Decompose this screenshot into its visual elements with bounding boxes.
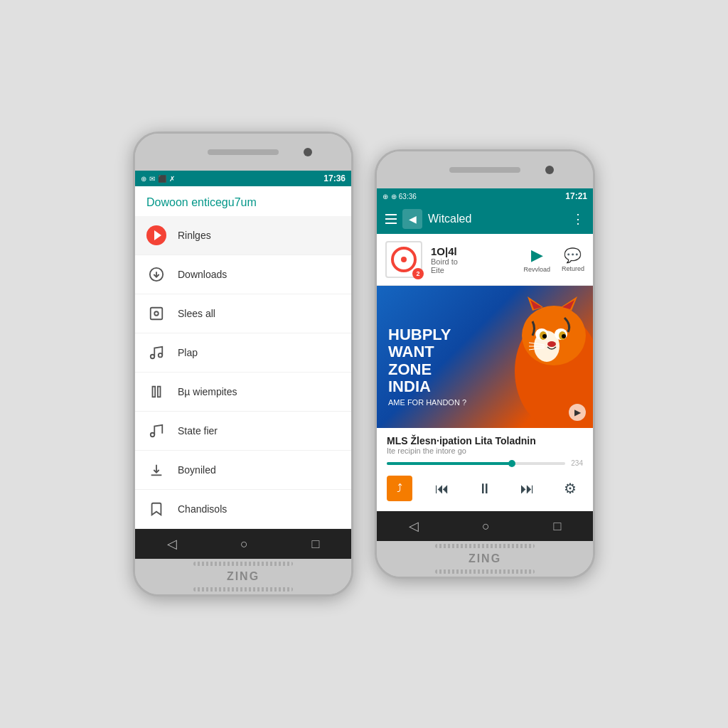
play-label: Revvload [523,266,550,273]
menu-label-buwiempites: Bµ wiempites [178,386,237,397]
recent-button-right[interactable]: □ [553,519,561,534]
left-status-time: 17:36 [323,173,346,183]
album-text: HUBPLY WANT ZONE INDIA AME FOR HANDON ? [388,326,466,407]
progress-row: 234 [387,459,583,467]
menu-item-buwiempites[interactable]: Bµ wiempites [135,373,351,412]
left-phone-bottom: ZING [135,559,351,594]
album-next-icon[interactable]: ▶ [569,404,586,421]
bottom-speaker-right-2 [435,569,535,574]
play-circle-icon [146,225,166,245]
overflow-menu-icon[interactable]: ⋮ [572,211,584,227]
headphone-icon: ⊕ [382,193,388,200]
status-icons-right: ⊕ ⊕ 63:36 [382,193,417,200]
statefier-icon [146,421,166,441]
play-action[interactable]: ▶ Revvload [523,246,550,273]
top-speaker-right [449,167,520,173]
settings-icon: ⚙ [564,480,577,497]
svg-point-18 [542,334,547,338]
sleesall-icon [146,304,166,323]
back-button-right-nav[interactable]: ◁ [409,518,419,534]
hamburger-line-1 [385,214,397,215]
next-icon: ⏭ [520,481,535,497]
svg-rect-7 [158,387,161,397]
msg-label: Retured [562,265,584,272]
downloads-icon [146,264,166,284]
settings-button[interactable]: ⚙ [557,476,583,501]
menu-item-ringtones[interactable]: Rinlges [135,216,351,255]
podcast-info-row: 2 1O|4l Boird to Eite ▶ Revvload 💬 Retur… [377,234,593,286]
status-icons-left: ⊕ ✉ ⬛ ✗ [141,175,175,183]
menu-label-downloads: Downloads [178,269,227,280]
svg-point-3 [154,311,159,316]
album-line5: AME FOR HANDON ? [388,398,466,407]
left-screen: ⊕ ✉ ⬛ ✗ 17:36 Dowoon enticegu7um Rinlges [135,171,351,559]
now-playing: MLS Žlesn·ipation Lita Toladnin Ite reci… [377,428,593,511]
episode-number: 1O|4l [431,245,515,257]
ringtones-icon [146,225,166,245]
status-time-left: ⊕ 63:36 [391,193,417,200]
menu-label-statefier: State fier [178,425,218,437]
hamburger-menu[interactable] [385,214,397,224]
front-camera-right [545,166,554,174]
svg-point-5 [159,353,163,358]
progress-fill [387,462,512,465]
prev-icon: ⏮ [435,481,449,497]
bottom-speaker-left [193,562,293,566]
pause-button[interactable]: ⏸ [472,476,498,501]
pause-icon: ⏸ [478,481,492,497]
menu-label-plap: Plap [178,347,198,358]
svg-rect-6 [153,387,156,397]
podcast-thumbnail: 2 [385,241,422,278]
brand-left: ZING [227,570,259,583]
svg-point-20 [547,341,556,347]
right-status-bar: ⊕ ⊕ 63:36 17:21 [377,188,593,204]
chandisols-icon [146,499,166,519]
progress-indicator [508,460,515,467]
album-art: HUBPLY WANT ZONE INDIA AME FOR HANDON ? … [377,286,593,428]
episode-desc-line2: Eite [431,266,515,274]
album-line4: INDIA [388,378,466,395]
back-button-left[interactable]: ◁ [167,536,177,552]
bottom-speaker-left-2 [193,587,293,592]
plap-icon [146,343,166,363]
hamburger-line-2 [385,218,397,220]
menu-label-ringtones: Rinlges [178,230,211,241]
left-bottom-nav: ◁ ○ □ [135,529,351,559]
app-title: Witcaled [428,213,566,225]
right-screen: ⊕ ⊕ 63:36 17:21 ◀ Witcaled ⋮ 2 [377,188,593,541]
boyniled-icon [146,460,166,480]
album-line1: HUBPLY [388,326,466,343]
menu-item-downloads[interactable]: Downloads [135,255,351,294]
left-phone: ⊕ ✉ ⬛ ✗ 17:36 Dowoon enticegu7um Rinlges [133,132,353,596]
menu-label-sleesall: Slees all [178,308,215,319]
share-button[interactable]: ⤴ [387,476,412,501]
menu-item-sleesall[interactable]: Slees all [135,294,351,333]
drawer-header: Dowoon enticegu7um [135,186,351,216]
menu-item-statefier[interactable]: State fier [135,412,351,451]
play-triangle-icon: ▶ [531,246,543,264]
podcast-meta: 1O|4l Boird to Eite [431,245,515,274]
svg-point-19 [562,334,566,338]
right-bottom-nav: ◁ ○ □ [377,511,593,541]
prev-button[interactable]: ⏮ [429,476,455,501]
status-icon-2: ✉ [149,175,155,183]
brand-right: ZING [469,552,501,565]
right-phone-top [377,151,593,188]
menu-label-boyniled: Boyniled [178,464,216,476]
message-action[interactable]: 💬 Retured [562,247,584,272]
back-button-right[interactable]: ◀ [402,209,422,229]
drawer-title: Dowoon enticegu7um [146,196,340,209]
home-button-right[interactable]: ○ [482,519,490,534]
front-camera [304,148,312,156]
recent-button-left[interactable]: □ [311,537,319,552]
progress-bar[interactable] [387,462,565,465]
left-status-bar: ⊕ ✉ ⬛ ✗ 17:36 [135,171,351,186]
home-button-left[interactable]: ○ [240,537,248,552]
menu-item-boyniled[interactable]: Boyniled [135,451,351,490]
drawer-menu: Rinlges Downloads [135,216,351,529]
menu-item-plap[interactable]: Plap [135,333,351,373]
menu-item-chandisols[interactable]: Chandisols [135,490,351,529]
next-button[interactable]: ⏭ [515,476,540,501]
right-phone: ⊕ ⊕ 63:36 17:21 ◀ Witcaled ⋮ 2 [375,149,595,579]
podcast-badge: 2 [412,268,424,279]
